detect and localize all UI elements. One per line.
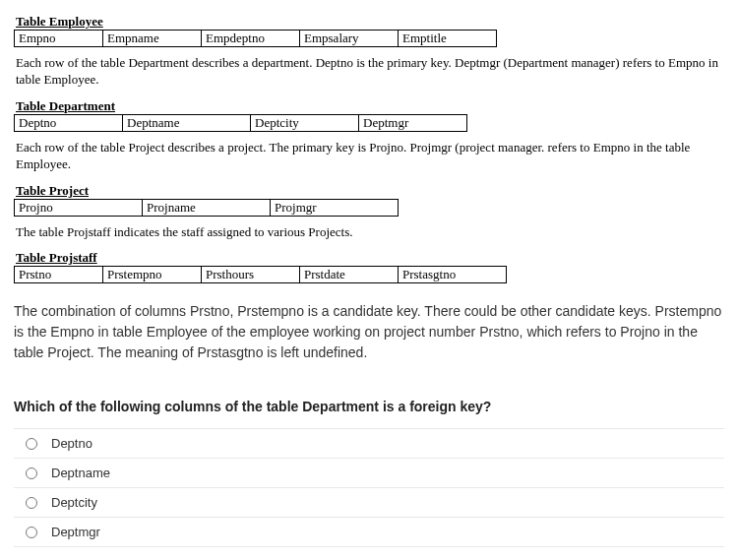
radio-deptcity[interactable]: [26, 497, 37, 509]
col-projmgr: Projmgr: [271, 199, 399, 216]
desc-project: Each row of the table Project describes …: [16, 140, 722, 173]
col-deptmgr: Deptmgr: [359, 114, 467, 131]
option-label: Deptno: [51, 436, 92, 451]
col-empsalary: Empsalary: [300, 31, 399, 47]
table-projstaff-caption: Table Projstaff: [16, 250, 728, 266]
option-deptmgr[interactable]: Deptmgr: [14, 518, 724, 547]
desc-projstaff: The table Projstaff indicates the staff …: [16, 224, 722, 241]
option-deptno[interactable]: Deptno: [14, 428, 724, 459]
col-empname: Empname: [103, 31, 202, 47]
col-projname: Projname: [143, 199, 271, 216]
col-projno: Projno: [15, 199, 143, 216]
col-prstasgtno: Prstasgtno: [399, 267, 507, 283]
radio-deptno[interactable]: [26, 438, 37, 450]
table-department-caption: Table Department: [16, 98, 728, 114]
option-label: Deptname: [51, 466, 110, 480]
col-prstno: Prstno: [15, 267, 103, 283]
option-deptname[interactable]: Deptname: [14, 459, 724, 488]
option-label: Deptmgr: [51, 525, 100, 539]
table-projstaff: Prstno Prstempno Prsthours Prstdate Prst…: [14, 266, 507, 283]
col-deptcity: Deptcity: [251, 114, 359, 131]
col-deptno: Deptno: [15, 114, 123, 131]
col-empno: Empno: [15, 31, 103, 47]
explanation-text: The combination of columns Prstno, Prste…: [14, 301, 724, 363]
options-group: Deptno Deptname Deptcity Deptmgr: [14, 428, 724, 547]
col-prsthours: Prsthours: [202, 267, 300, 283]
table-department: Deptno Deptname Deptcity Deptmgr: [14, 114, 467, 132]
option-deptcity[interactable]: Deptcity: [14, 488, 724, 518]
desc-department: Each row of the table Department describ…: [16, 55, 722, 89]
table-project: Projno Projname Projmgr: [14, 199, 399, 217]
col-emptitle: Emptitle: [399, 31, 497, 47]
option-label: Deptcity: [51, 495, 97, 510]
question-text: Which of the following columns of the ta…: [14, 399, 724, 414]
col-empdeptno: Empdeptno: [202, 31, 300, 47]
col-prstempno: Prstempno: [103, 267, 202, 283]
table-employee: Empno Empname Empdeptno Empsalary Emptit…: [14, 30, 497, 47]
table-employee-caption: Table Employee: [16, 14, 728, 30]
radio-deptname[interactable]: [26, 467, 37, 479]
col-deptname: Deptname: [123, 114, 251, 131]
col-prstdate: Prstdate: [300, 267, 399, 283]
radio-deptmgr[interactable]: [26, 527, 37, 538]
table-project-caption: Table Project: [16, 183, 728, 199]
